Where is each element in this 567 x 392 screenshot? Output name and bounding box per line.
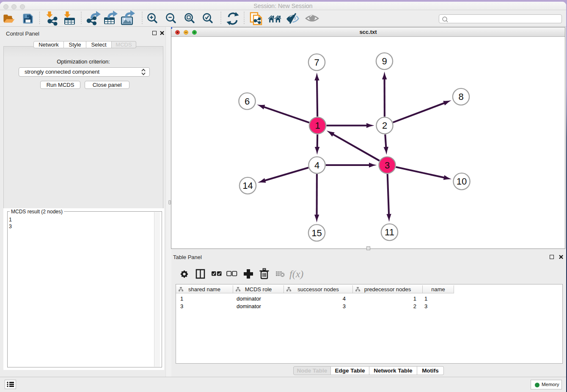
svg-text:15: 15	[311, 228, 322, 238]
svg-text:14: 14	[242, 180, 253, 191]
svg-text:1: 1	[315, 120, 320, 131]
svg-text:9: 9	[382, 56, 387, 66]
svg-text:8: 8	[458, 91, 463, 102]
svg-text:4: 4	[314, 160, 319, 171]
svg-text:10: 10	[457, 176, 467, 187]
svg-text:7: 7	[314, 57, 319, 68]
svg-text:11: 11	[385, 227, 394, 237]
svg-text:3: 3	[385, 160, 390, 171]
svg-text:f(x): f(x)	[289, 268, 303, 279]
svg-text:6: 6	[245, 96, 250, 107]
svg-text:2: 2	[382, 120, 387, 131]
